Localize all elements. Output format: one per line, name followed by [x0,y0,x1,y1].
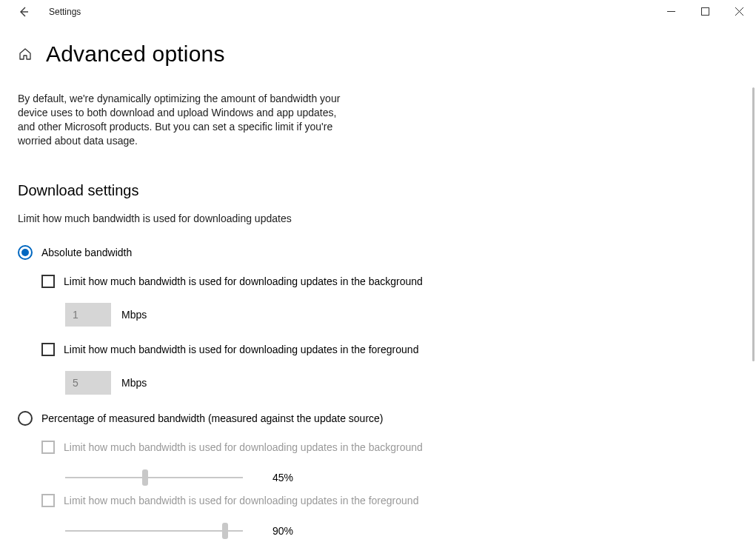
fg-bandwidth-row: Mbps [65,371,735,395]
app-title: Settings [49,7,81,17]
pct-bg-slider[interactable] [65,469,243,486]
checkbox-icon [41,343,55,356]
pct-bg-value: 45% [272,472,293,484]
pct-fg-value: 90% [272,525,293,537]
page-title: Advanced options [46,41,225,67]
checkbox-icon [41,441,55,454]
close-icon [735,7,743,16]
download-heading: Download settings [18,182,735,199]
checkbox-bg-limit[interactable]: Limit how much bandwidth is used for dow… [41,275,735,288]
close-button[interactable] [722,0,756,22]
slider-track [65,477,243,478]
bg-bandwidth-row: Mbps [65,303,735,327]
maximize-button[interactable] [688,0,722,22]
checkbox-label: Limit how much bandwidth is used for dow… [64,275,423,287]
minimize-button[interactable] [654,0,688,22]
maximize-icon [701,7,709,16]
slider-track [65,530,243,532]
arrow-left-icon [18,6,30,18]
content-area: Advanced options By default, we're dynam… [0,24,756,540]
checkbox-pct-bg-limit[interactable]: Limit how much bandwidth is used for dow… [41,441,735,454]
back-button[interactable] [13,1,34,22]
scrollbar[interactable] [752,87,755,361]
checkbox-fg-limit[interactable]: Limit how much bandwidth is used for dow… [41,343,735,356]
pct-fg-slider-row: 90% [65,522,735,540]
radio-absolute-bandwidth[interactable]: Absolute bandwidth [18,245,735,260]
page-header: Advanced options [18,41,735,67]
checkbox-icon [41,494,55,507]
radio-icon [18,411,33,426]
minimize-icon [667,7,675,16]
radio-label: Absolute bandwidth [41,247,132,258]
radio-icon [18,245,33,260]
svg-rect-0 [701,7,709,15]
radio-percentage-bandwidth[interactable]: Percentage of measured bandwidth (measur… [18,411,735,426]
fg-bandwidth-input[interactable] [65,371,111,395]
bg-bandwidth-unit: Mbps [121,309,147,321]
window-controls [654,0,756,22]
intro-text: By default, we're dynamically optimizing… [18,92,351,148]
checkbox-label: Limit how much bandwidth is used for dow… [64,344,418,355]
fg-bandwidth-unit: Mbps [121,377,147,389]
radio-label: Percentage of measured bandwidth (measur… [41,412,384,424]
checkbox-label: Limit how much bandwidth is used for dow… [64,495,418,506]
home-icon[interactable] [18,47,33,61]
slider-thumb [142,469,148,486]
checkbox-pct-fg-limit[interactable]: Limit how much bandwidth is used for dow… [41,494,735,507]
slider-thumb [222,523,228,539]
bg-bandwidth-input[interactable] [65,303,111,327]
titlebar: Settings [0,0,756,24]
checkbox-label: Limit how much bandwidth is used for dow… [64,441,423,453]
download-subtext: Limit how much bandwidth is used for dow… [18,213,735,224]
checkbox-icon [41,275,55,288]
pct-bg-slider-row: 45% [65,469,735,486]
pct-fg-slider[interactable] [65,522,243,540]
